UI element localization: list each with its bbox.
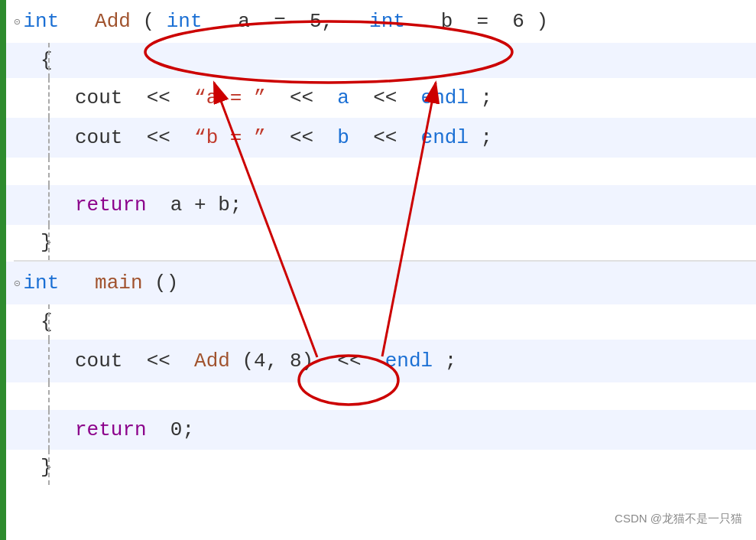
str-a: “a = ” [194,86,266,109]
ops-6: << [362,126,409,149]
eq-1: = [262,10,298,33]
close-brace-1: } [41,223,53,262]
code-line-1: ⊝ int Add ( int a = 5, int b = 6 ) [6,0,756,43]
collapse-btn-2[interactable]: ⊝ [14,277,20,290]
code-line-11 [6,382,756,410]
val-6: 6 [512,10,524,33]
dashed-line-4 [48,158,50,185]
kw-int-3: int [369,10,405,33]
str-b: “b = ” [194,126,266,149]
space-2 [214,10,226,33]
line3-content: cout << “a = ” << a << endl ; [75,78,492,118]
ops-3: << [362,86,409,109]
ops-4: << [135,126,182,149]
kw-return-2: return [75,418,147,441]
semi-2: ; [481,126,493,149]
semi-3: ; [445,350,457,372]
open-brace-2: { [41,302,53,342]
ops-7: << [135,350,182,372]
eq-2: = [465,10,501,33]
dashed-line-3 [48,118,50,158]
green-sidebar-bar [0,0,6,540]
code-line-10: cout << Add (4, 8) << endl ; [6,340,756,382]
code-line-6: return a + b; [6,185,756,225]
dashed-line-1 [48,43,50,78]
endl-3: endl [385,350,433,372]
code-line-8: ⊝ int main () [6,262,756,304]
space-3 [417,10,429,33]
ops-5: << [277,126,325,149]
kw-int-1: int [23,10,59,33]
code-line-3: cout << “a = ” << a << endl ; [6,78,756,118]
code-area: ⊝ int Add ( int a = 5, int b = 6 ) [6,0,756,540]
dashed-line-6 [48,225,50,260]
val-5: 5, [310,10,357,33]
dashed-line-5 [48,185,50,225]
code-line-13: } [6,450,756,485]
space-r1: a + b; [158,194,242,216]
paren-close: ) [537,10,549,33]
space-r2: 0; [158,418,194,441]
code-line-5 [6,158,756,185]
main-parens: () [154,272,178,294]
var-b-1: b [337,126,349,149]
space-m1 [71,272,83,294]
dashed-line-7 [48,304,50,340]
code-line-9: { [6,304,756,340]
line12-content: return 0; [75,410,194,450]
close-brace-2: } [41,447,53,487]
space-1 [71,10,83,33]
line10-content: cout << Add (4, 8) << endl ; [75,341,456,381]
kw-int-2: int [167,10,203,33]
cout-3: cout [75,350,122,372]
dashed-line-2 [48,78,50,118]
fn-main: main [95,272,142,294]
line8-content: int main () [23,263,178,303]
line4-content: cout << “b = ” << b << endl ; [75,118,492,158]
paren-open: ( [143,10,155,33]
fn-add: Add [95,10,131,33]
var-a-1: a [337,86,349,109]
cout-1: cout [75,86,122,109]
collapse-btn-1[interactable]: ⊝ [14,15,20,28]
code-line-4: cout << “b = ” << b << endl ; [6,118,756,158]
line6-content: return a + b; [75,185,242,225]
add-args: (4, 8) [242,350,313,372]
param-a: a [238,10,250,33]
code-line-7: } [6,225,756,260]
open-brace-1: { [41,41,53,80]
dashed-line-10 [48,410,50,450]
fn-add-call: Add [194,350,230,372]
dashed-line-9 [48,382,50,410]
dashed-line-8 [48,340,50,382]
code-line-12: return 0; [6,410,756,450]
endl-1: endl [421,86,469,109]
semi-1: ; [481,86,493,109]
kw-int-main: int [23,272,59,294]
kw-return-1: return [75,194,147,216]
cout-2: cout [75,126,122,149]
param-b: b [441,10,453,33]
ops-2: << [277,86,325,109]
ops-8: << [326,350,373,372]
line1-content: int Add ( int a = 5, int b = 6 ) [23,2,548,41]
code-line-2: { [6,43,756,78]
watermark: CSDN @龙猫不是一只猫 [615,512,742,526]
endl-2: endl [421,126,469,149]
editor-container: ⊝ int Add ( int a = 5, int b = 6 ) [0,0,756,540]
dashed-line-11 [48,450,50,485]
ops-1: << [135,86,182,109]
